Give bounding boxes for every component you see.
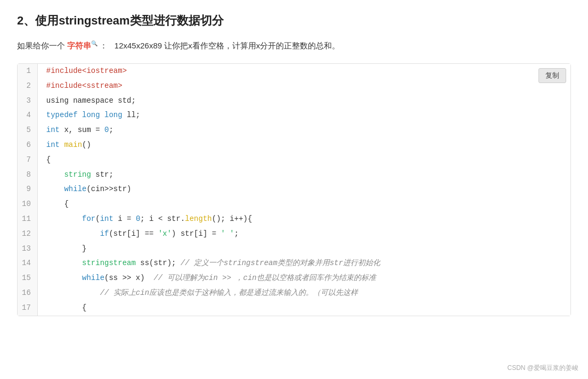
line-code: using namespace std;	[37, 94, 570, 109]
line-code: string str;	[37, 168, 570, 183]
line-number: 12	[18, 227, 37, 242]
table-row: 12 if(str[i] == 'x') str[i] = ' ';	[18, 227, 570, 242]
table-row: 9 while(cin>>str)	[18, 182, 570, 197]
line-code: stringstream ss(str); // 定义一个stringstrea…	[37, 256, 570, 271]
description: 如果给你一个 字符串🔍 ： 12x45x26x89 让你把x看作空格，计算用x分…	[17, 38, 571, 53]
line-number: 2	[18, 79, 37, 94]
table-row: 3 using namespace std;	[18, 94, 570, 109]
line-code: for(int i = 0; i < str.length(); i++){	[37, 212, 570, 227]
line-number: 4	[18, 108, 37, 123]
line-code: #include<iostream>	[37, 64, 570, 79]
line-code: int x, sum = 0;	[37, 123, 570, 138]
table-row: 10 {	[18, 197, 570, 212]
table-row: 1 #include<iostream>	[18, 64, 570, 79]
line-number: 11	[18, 212, 37, 227]
table-row: 17 {	[18, 301, 570, 316]
line-number: 9	[18, 182, 37, 197]
line-code: {	[37, 197, 570, 212]
line-code: // 实际上cin应该也是类似于这种输入，都是通过流来输入的。（可以先这样	[37, 286, 570, 301]
line-number: 8	[18, 168, 37, 183]
line-code: while(ss >> x) // 可以理解为cin >> ，cin也是以空格或…	[37, 271, 570, 286]
line-number: 17	[18, 301, 37, 316]
search-icon: 🔍	[91, 40, 97, 46]
line-number: 16	[18, 286, 37, 301]
table-row: 8 string str;	[18, 168, 570, 183]
line-number: 7	[18, 153, 37, 168]
table-row: 16 // 实际上cin应该也是类似于这种输入，都是通过流来输入的。（可以先这样	[18, 286, 570, 301]
line-code: int main()	[37, 138, 570, 153]
line-number: 10	[18, 197, 37, 212]
line-code: #include<sstream>	[37, 79, 570, 94]
line-number: 1	[18, 64, 37, 79]
line-code: while(cin>>str)	[37, 182, 570, 197]
line-code: {	[37, 153, 570, 168]
table-row: 14 stringstream ss(str); // 定义一个stringst…	[18, 256, 570, 271]
line-code: typedef long long ll;	[37, 108, 570, 123]
desc-prefix: 如果给你一个	[17, 41, 67, 50]
line-number: 3	[18, 94, 37, 109]
line-number: 13	[18, 242, 37, 257]
table-row: 6 int main()	[18, 138, 570, 153]
table-row: 11 for(int i = 0; i < str.length(); i++)…	[18, 212, 570, 227]
line-number: 15	[18, 271, 37, 286]
table-row: 7 {	[18, 153, 570, 168]
desc-middle: ： 12x45x26x89 让你把x看作空格，计算用x分开的正整数的总和。	[97, 41, 340, 50]
table-row: 5 int x, sum = 0;	[18, 123, 570, 138]
line-code: }	[37, 242, 570, 257]
table-row: 13 }	[18, 242, 570, 257]
table-row: 2 #include<sstream>	[18, 79, 570, 94]
page-title: 2、使用stringstream类型进行数据切分	[17, 13, 571, 29]
table-row: 15 while(ss >> x) // 可以理解为cin >> ，cin也是以…	[18, 271, 570, 286]
code-table: 1 #include<iostream> 2 #include<sstream>…	[18, 64, 570, 316]
copy-button[interactable]: 复制	[538, 68, 566, 83]
line-number: 6	[18, 138, 37, 153]
keyword-link[interactable]: 字符串	[67, 41, 91, 50]
table-row: 4 typedef long long ll;	[18, 108, 570, 123]
line-code: {	[37, 301, 570, 316]
line-number: 5	[18, 123, 37, 138]
code-block: 复制 1 #include<iostream> 2 #include<sstre…	[17, 63, 571, 316]
line-code: if(str[i] == 'x') str[i] = ' ';	[37, 227, 570, 242]
line-number: 14	[18, 256, 37, 271]
